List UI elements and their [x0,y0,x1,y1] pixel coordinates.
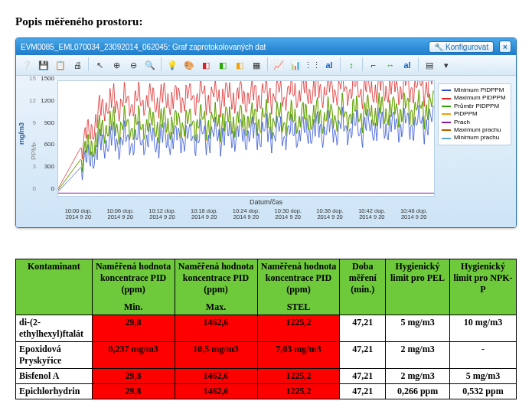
zoom-out-icon[interactable]: ⊖ [126,57,141,73]
help-icon[interactable]: ❔ [19,57,34,73]
toolbar-separator [418,57,419,71]
x-axis-ticks: 10:00 dop.2014 9 2010:06 dop.2014 9 2010… [57,206,435,221]
cell-name: Epichlorhydrin [16,383,93,399]
close-icon[interactable]: × [499,41,511,53]
cell-npk: 10 mg/m3 [450,315,517,341]
zoom-select-icon[interactable]: 🔍 [142,57,158,73]
y-tick: 600 [38,142,54,164]
cell-name: Epoxidová Pryskyřice [16,341,93,368]
vresize-icon[interactable]: ↕ [344,57,359,73]
y-tick: 900 [38,120,54,142]
chart-titlebar: EVM0085_EML070034_23092014_062045: Graf … [16,38,516,55]
x-tick: 10:48 dop.2014 9 20 [393,208,435,221]
plot-area[interactable] [57,80,435,197]
legend-swatch [442,138,451,139]
palette-icon[interactable]: 🎨 [181,57,197,73]
y-tick: 0 [38,186,54,208]
legend-swatch [442,113,451,115]
col-max: Naměřená hodnota koncentrace PID (ppm)Ma… [175,259,257,315]
color-icon[interactable]: ◧ [232,57,247,73]
x-tick: 10:36 dop.2014 9 20 [309,208,351,221]
cell-min: 29,8 [92,315,175,341]
legend-item: Průměr PIDPPM [442,103,508,110]
chart-type-icon[interactable]: ⋮⋮ [305,57,320,73]
color-icon[interactable]: ◧ [198,57,214,73]
col-duration: Doba měření (min.) [340,259,386,315]
y-tick: 300 [38,164,54,186]
y-tick: 0 [19,186,36,208]
y-tick: 9 [19,120,36,142]
toolbar-separator [362,57,363,71]
text-icon[interactable]: al [400,57,415,73]
legend-label: Maximum PIDPPM [454,94,506,102]
y-tick: 1500 [38,76,54,98]
legend-label: Minimum PIDPPM [454,86,504,94]
chart-window: EVM0085_EML070034_23092014_062045: Graf … [15,37,517,228]
cell-pel: 5 mg/m3 [386,315,450,341]
configure-label: Konfigurovat [446,43,488,51]
contaminant-table: Kontaminant Naměřená hodnota koncentrace… [15,259,517,399]
table-row: di-(2-ethylhexyl)ftalát29,81462,61225,24… [16,315,517,341]
cell-stel: 1225,2 [257,315,340,341]
chart-type-icon[interactable]: 📊 [288,57,303,73]
legend-item: Maximum prachu [442,126,508,134]
x-tick: 10:24 dop.2014 9 20 [225,208,267,221]
legend-swatch [442,98,451,99]
cell-min: 29,8 [92,383,175,399]
grid-icon[interactable]: ▦ [249,57,264,73]
col-stel: Naměřená hodnota koncentrace PID (ppm)ST… [257,259,340,315]
x-axis-title: Datum/čas [21,198,511,206]
y-tick: 12 [19,98,36,120]
cell-npk: 0,532 ppm [450,383,517,399]
toolbar-separator [161,57,162,71]
hresize-icon[interactable]: ↔ [383,57,398,73]
legend-item: Minimum prachu [442,134,508,142]
lightbulb-icon[interactable]: 💡 [165,57,180,73]
cell-pel: 2 mg/m3 [386,368,450,383]
x-tick: 10:30 dop.2014 9 20 [267,208,309,221]
legend-swatch [442,122,451,123]
x-tick: 10:00 dop.2014 9 20 [57,208,100,221]
legend-label: Průměr PIDPPM [454,103,499,110]
save-icon[interactable]: 💾 [36,57,51,73]
y-tick: 15 [19,76,36,98]
chart-lines [58,81,434,194]
page-title: Popis měřeného prostoru: [15,15,517,28]
cell-duration: 47,21 [340,315,386,341]
cell-max: 10,5 mg/m3 [175,341,257,368]
dropdown-icon[interactable]: ▾ [439,57,454,73]
legend-swatch [442,90,451,91]
configure-button[interactable]: 🔧 Konfigurovat [429,41,494,53]
color-icon[interactable]: ◧ [215,57,230,73]
text-icon[interactable]: al [321,57,337,73]
legend-label: PIDPPM [454,110,478,118]
cell-stel: 7,03 mg/m3 [257,341,340,368]
pointer-icon[interactable]: ↖ [92,57,107,73]
cell-max: 1462,6 [175,383,257,399]
chart-legend: Minimum PIDPPMMaximum PIDPPMPrůměr PIDPP… [438,83,511,145]
cell-duration: 47,21 [340,341,386,368]
legend-swatch [442,129,451,131]
x-tick: 10:06 dop.2014 9 20 [100,208,142,221]
print-icon[interactable]: 🖨 [70,57,85,73]
legend-label: Minimum prachu [454,134,499,142]
cell-stel: 1225,2 [257,383,340,399]
toolbar-separator [340,57,341,71]
y-axis-ticks-left: 150012009006003000 [38,76,54,209]
legend-item: Prach [442,119,508,126]
table-row: Epichlorhydrin29,81462,61225,247,210,266… [16,383,517,399]
cell-duration: 47,21 [340,383,386,399]
cell-pel: 2 mg/m3 [386,341,450,368]
table-row: Epoxidová Pryskyřice0,237 mg/m310,5 mg/m… [16,341,517,368]
col-contaminant: Kontaminant [16,259,93,315]
chart-type-icon[interactable]: 📈 [271,57,286,73]
legend-icon[interactable]: ▤ [422,57,437,73]
cell-min: 0,237 mg/m3 [92,341,175,368]
legend-item: PIDPPM [442,110,508,118]
wrench-icon: 🔧 [434,43,443,51]
zoom-in-icon[interactable]: ⊕ [109,57,124,73]
axis-icon[interactable]: ⌐ [366,57,381,73]
chart-title-text: EVM0085_EML070034_23092014_062045: Graf … [21,43,266,51]
cell-pel: 0,266 ppm [386,383,450,399]
copy-icon[interactable]: 📋 [53,57,68,73]
